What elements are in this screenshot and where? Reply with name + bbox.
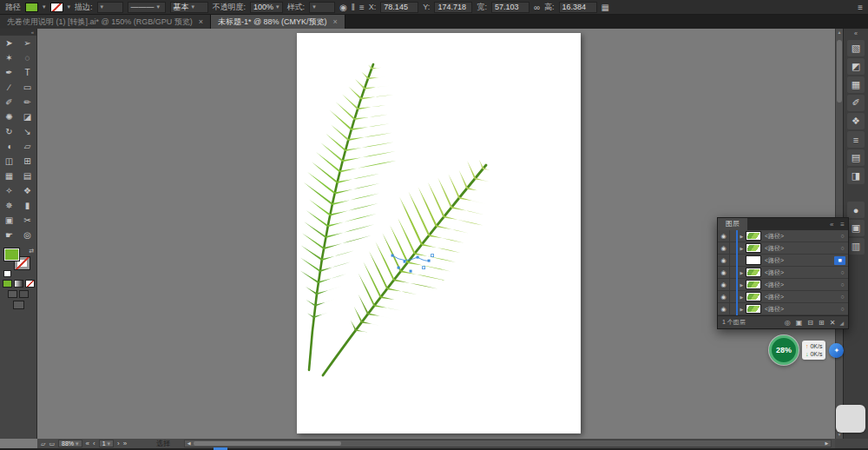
layer-target-icon[interactable]: ○: [837, 281, 848, 288]
swatches-panel-icon[interactable]: ▦: [847, 76, 865, 93]
stroke-panel-icon[interactable]: ≡: [847, 131, 865, 148]
y-field[interactable]: 174.718: [434, 2, 472, 13]
progress-badge[interactable]: 28%: [769, 335, 799, 365]
artboard-navigation-field[interactable]: 1▾: [99, 440, 114, 447]
pencil-tool[interactable]: ✏: [18, 95, 36, 109]
previous-artboard-button[interactable]: ‹: [93, 440, 95, 447]
blob-brush-tool[interactable]: ✺: [0, 109, 18, 124]
layers-panel-icon[interactable]: ▥: [847, 238, 865, 255]
delete-layer-icon[interactable]: ✕: [830, 319, 836, 327]
symbols-panel-icon[interactable]: ❖: [847, 113, 865, 129]
mesh-tool[interactable]: ▦: [0, 169, 18, 183]
layer-target-icon[interactable]: ○: [837, 269, 848, 275]
color-guide-panel-icon[interactable]: ◩: [847, 58, 865, 75]
visibility-toggle-icon[interactable]: ◉: [718, 279, 730, 291]
type-tool[interactable]: T: [18, 65, 36, 80]
brushes-panel-icon[interactable]: ✐: [847, 95, 865, 111]
expand-arrow-icon[interactable]: ▶: [738, 270, 746, 275]
first-artboard-button[interactable]: «: [86, 440, 89, 447]
link-dimensions-icon[interactable]: ∞: [534, 3, 540, 12]
tab-layers[interactable]: 图层: [718, 218, 747, 230]
scroll-right-icon[interactable]: ▶: [823, 440, 831, 447]
layer-target-icon[interactable]: ○: [837, 306, 848, 312]
dock-collapse-icon[interactable]: «: [844, 30, 868, 38]
hand-tool[interactable]: ☛: [0, 228, 18, 242]
stroke-caret-icon[interactable]: ▾: [68, 3, 71, 10]
layers-collapse-icon[interactable]: «: [826, 221, 837, 228]
align-icons[interactable]: ‖: [352, 3, 355, 12]
expand-arrow-icon[interactable]: ▶: [738, 307, 746, 312]
locate-object-icon[interactable]: ◎: [785, 319, 791, 327]
layer-row[interactable]: ◉▶<路径>○: [718, 267, 848, 279]
brush-definition-select[interactable]: 基本▾: [170, 2, 208, 13]
status-icon-b[interactable]: ▭: [49, 440, 55, 447]
horizontal-scroll-thumb[interactable]: [194, 441, 341, 446]
last-artboard-button[interactable]: »: [123, 440, 127, 447]
selection-tool[interactable]: ➤: [0, 36, 18, 50]
rotate-tool[interactable]: ↻: [0, 124, 18, 139]
free-transform-tool[interactable]: ▱: [18, 139, 36, 154]
status-icon-a[interactable]: ▱: [41, 440, 45, 447]
shape-builder-tool[interactable]: ◫: [0, 154, 18, 169]
magic-wand-tool[interactable]: ✶: [0, 50, 18, 65]
x-field[interactable]: 78.145: [380, 2, 418, 13]
tab-close-icon[interactable]: ×: [333, 17, 338, 26]
none-mode-button[interactable]: [25, 280, 35, 288]
draw-normal-button[interactable]: [8, 290, 17, 298]
expand-arrow-icon[interactable]: ▶: [738, 294, 746, 300]
document-tab-inactive[interactable]: 先卷使用说明 (1) [转换].ai* @ 150% (RGB/GPU 预览) …: [0, 15, 211, 29]
pen-tool[interactable]: ✒: [0, 65, 18, 80]
artboard-tool[interactable]: ▣: [0, 213, 18, 228]
appearance-panel-icon[interactable]: ●: [847, 202, 865, 218]
color-mode-button[interactable]: [3, 280, 12, 288]
transform-panel-icon[interactable]: ▦: [602, 3, 609, 12]
visibility-toggle-icon[interactable]: ◉: [718, 255, 730, 267]
network-tool-icon[interactable]: ✦: [829, 343, 844, 358]
horizontal-scrollbar[interactable]: ◀ ▶: [184, 440, 832, 447]
document-tab-active[interactable]: 未标题-1* @ 88% (CMYK/预览) ×: [211, 15, 345, 29]
visibility-toggle-icon[interactable]: ◉: [718, 291, 730, 303]
scale-tool[interactable]: ↘: [18, 124, 36, 139]
paintbrush-tool[interactable]: ✐: [0, 95, 18, 109]
canvas[interactable]: [37, 29, 835, 439]
stroke-weight-select[interactable]: ▾: [97, 2, 123, 13]
next-artboard-button[interactable]: ›: [117, 440, 120, 447]
layer-target-icon[interactable]: ■: [834, 256, 845, 265]
scroll-left-icon[interactable]: ◀: [185, 440, 193, 447]
gradient-panel-icon[interactable]: ▤: [847, 149, 865, 166]
draw-behind-button[interactable]: [19, 290, 29, 298]
recolor-artwork-icon[interactable]: ◉: [339, 3, 347, 12]
gradient-tool[interactable]: ▤: [18, 169, 36, 183]
lasso-tool[interactable]: ◌: [18, 50, 36, 65]
layer-row[interactable]: ◉▶<路径>○: [718, 303, 848, 315]
expand-arrow-icon[interactable]: ▶: [738, 234, 746, 239]
blend-tool[interactable]: ❖: [18, 183, 36, 198]
symbol-sprayer-tool[interactable]: ✵: [0, 198, 18, 213]
rectangle-tool[interactable]: ▭: [18, 80, 36, 95]
panel-resize-grip[interactable]: ◢: [839, 320, 844, 326]
layer-target-icon[interactable]: ○: [837, 245, 848, 251]
toolbar-collapse-icon[interactable]: «: [0, 29, 36, 36]
fill-proxy-swatch[interactable]: [4, 248, 19, 261]
fill-color-swatch[interactable]: [25, 3, 38, 12]
eyedropper-tool[interactable]: ✧: [0, 183, 18, 198]
h-field[interactable]: 16.384: [559, 2, 597, 13]
swap-fill-stroke-icon[interactable]: ⇄: [29, 248, 34, 255]
visibility-toggle-icon[interactable]: ◉: [718, 267, 730, 279]
stroke-color-swatch[interactable]: [50, 3, 63, 12]
zoom-tool[interactable]: ◎: [18, 228, 36, 242]
perspective-grid-tool[interactable]: ⊞: [18, 154, 36, 169]
slice-tool[interactable]: ✂: [18, 213, 36, 228]
distribute-icons[interactable]: ≡: [359, 3, 365, 12]
control-panel-menu-icon[interactable]: ≡: [858, 3, 863, 12]
style-select[interactable]: ▾: [309, 2, 335, 13]
graphic-styles-panel-icon[interactable]: ▣: [847, 220, 865, 236]
gradient-mode-button[interactable]: [14, 280, 23, 288]
layers-menu-icon[interactable]: ≡: [837, 221, 848, 228]
layer-row[interactable]: ◉▶<路径>○: [718, 279, 848, 291]
visibility-toggle-icon[interactable]: ◉: [718, 242, 730, 255]
eraser-tool[interactable]: ◪: [18, 109, 36, 124]
visibility-toggle-icon[interactable]: ◉: [718, 303, 730, 315]
visibility-toggle-icon[interactable]: ◉: [718, 230, 730, 242]
expand-arrow-icon[interactable]: ▶: [738, 246, 746, 251]
